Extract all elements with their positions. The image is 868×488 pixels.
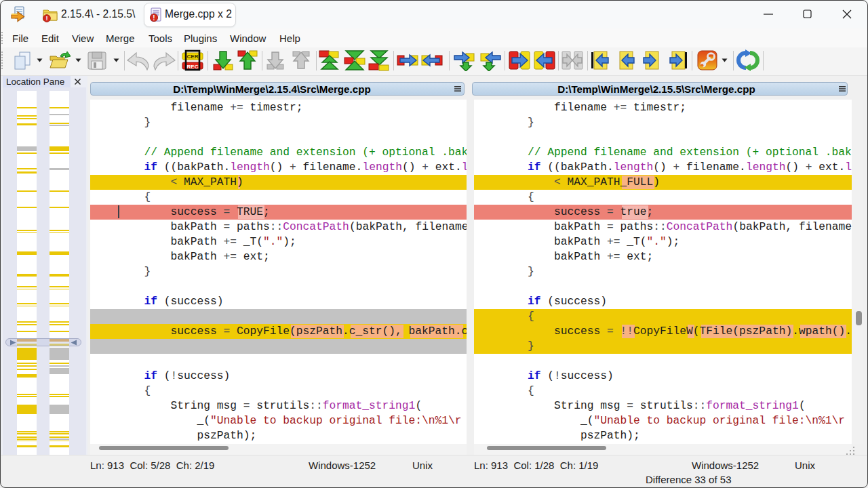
svg-text:!: ! [45, 14, 47, 22]
svg-text:!: ! [153, 14, 155, 22]
svg-text:CER: CER [187, 54, 199, 60]
svg-text:REC: REC [187, 64, 199, 70]
